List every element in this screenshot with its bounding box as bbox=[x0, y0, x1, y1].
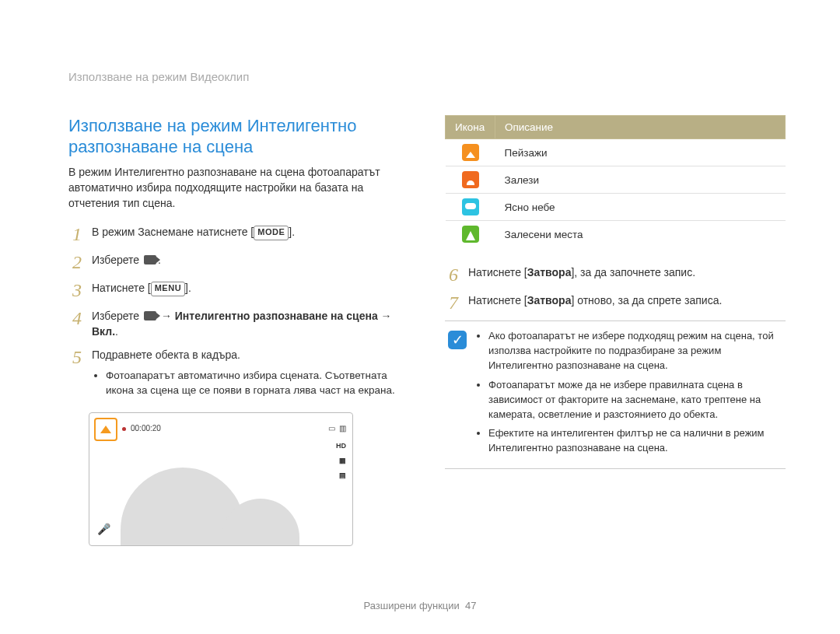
step-text: Изберете bbox=[92, 254, 142, 266]
note-item: Фотоапаратът може да не избере правилнат… bbox=[488, 378, 782, 422]
section-title: Използване на режим Интелигентно разпозн… bbox=[68, 115, 409, 158]
step-5-sub: Фотоапаратът автоматично избира сцената.… bbox=[106, 368, 409, 398]
scene-icon bbox=[462, 226, 479, 243]
mode-button-label: MODE bbox=[254, 226, 289, 240]
step-1: В режим Заснемане натиснете [MODE]. bbox=[68, 224, 409, 244]
desc-cell: Пейзажи bbox=[495, 139, 786, 166]
lcd-time: 00:00:20 bbox=[131, 423, 161, 435]
step-text: ] отново, за да спрете записа. bbox=[571, 294, 722, 306]
desc-cell: Залесени места bbox=[495, 221, 786, 248]
page-footer: Разширени функции 47 bbox=[0, 599, 840, 614]
step-text: ], за да започнете запис. bbox=[571, 266, 695, 278]
desc-cell: Ясно небе bbox=[495, 194, 786, 221]
menu-button-label: MENU bbox=[151, 282, 185, 296]
step-text: Натиснете [ bbox=[468, 266, 527, 278]
step-3: Натиснете [MENU]. bbox=[68, 280, 409, 300]
storage-icon: ▦ bbox=[336, 456, 346, 466]
mic-icon: 🎤 bbox=[97, 521, 110, 537]
step-text: Подравнете обекта в кадъра. bbox=[92, 349, 240, 361]
rec-dot-icon bbox=[122, 427, 126, 431]
intro-text: В режим Интелигентно разпознаване на сце… bbox=[68, 164, 409, 212]
battery-icon: ▭ bbox=[328, 423, 335, 435]
step-2: Изберете . bbox=[68, 252, 409, 272]
note-box: ✓ Ако фотоапаратът не избере подходящ ре… bbox=[445, 321, 786, 469]
step-text: Изберете bbox=[92, 310, 142, 322]
step-text: → bbox=[158, 310, 175, 322]
page-header: Използване на режим Видеоклип bbox=[68, 68, 786, 86]
video-icon bbox=[144, 255, 156, 264]
note-item: Ако фотоапаратът не избере подходящ режи… bbox=[488, 329, 782, 373]
shutter-label: Затвора bbox=[527, 294, 572, 306]
step-text: → bbox=[378, 310, 392, 322]
footer-page: 47 bbox=[465, 600, 476, 611]
icon-cell bbox=[446, 194, 495, 221]
step-text: Натиснете [ bbox=[468, 294, 527, 306]
video-icon bbox=[144, 311, 156, 321]
th-desc: Описание bbox=[495, 115, 786, 139]
icon-cell bbox=[446, 139, 495, 166]
hd-badge: HD bbox=[336, 441, 346, 451]
step-bold: Интелигентно разпознаване на сцена bbox=[175, 310, 378, 322]
table-row: Ясно небе bbox=[446, 194, 786, 221]
card-icon: ▥ bbox=[339, 423, 346, 435]
desc-cell: Залези bbox=[495, 166, 786, 194]
scene-icon bbox=[462, 198, 479, 215]
step-text: ]. bbox=[289, 226, 295, 238]
step-6: Натиснете [Затвора], за да започнете зап… bbox=[445, 264, 786, 285]
shutter-label: Затвора bbox=[527, 266, 572, 278]
step-bold: Вкл. bbox=[92, 325, 115, 338]
scene-icon bbox=[94, 418, 117, 441]
info-icon: ✓ bbox=[448, 331, 467, 349]
step-4: Изберете → Интелигентно разпознаване на … bbox=[68, 308, 409, 340]
scene-icon bbox=[462, 144, 479, 161]
table-row: Пейзажи bbox=[446, 139, 786, 166]
step-text: Натиснете [ bbox=[92, 282, 151, 294]
icon-table: Икона Описание ПейзажиЗалезиЯсно небеЗал… bbox=[445, 115, 786, 248]
step-5: Подравнете обекта в кадъра. Фотоапаратът… bbox=[68, 347, 409, 398]
settings-icon: ▤ bbox=[336, 471, 346, 481]
note-item: Ефектите на интелигентен филтър не са на… bbox=[488, 426, 782, 456]
step-text: ]. bbox=[185, 282, 191, 294]
step-text: В режим Заснемане натиснете [ bbox=[92, 226, 254, 238]
step-text: . bbox=[115, 325, 118, 338]
camera-lcd-preview: 00:00:20 ▭ ▥ HD ▦ ▤ 🎤 bbox=[89, 412, 353, 546]
scene-icon bbox=[462, 171, 479, 188]
table-row: Залези bbox=[446, 166, 786, 194]
footer-section: Разширени функции bbox=[363, 600, 459, 611]
table-row: Залесени места bbox=[446, 221, 786, 248]
step-7: Натиснете [Затвора] отново, за да спрете… bbox=[445, 292, 786, 313]
icon-cell bbox=[446, 221, 495, 248]
th-icon: Икона bbox=[446, 115, 495, 139]
icon-cell bbox=[446, 166, 495, 194]
